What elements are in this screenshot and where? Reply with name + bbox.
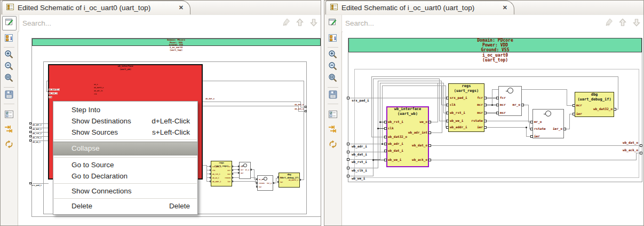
schematic-label: wb_dat_o <box>205 98 214 100</box>
schematic-label: wb_rst_i <box>450 111 465 114</box>
port-wb_addr_i <box>446 126 449 129</box>
edit-schematic-button[interactable] <box>326 17 339 30</box>
display-options-button[interactable] <box>327 110 339 121</box>
find-previous-icon[interactable] <box>616 17 630 30</box>
schematic-label: wb_adr_i <box>33 124 42 126</box>
clock-symbol-tick <box>544 114 546 114</box>
find-next-icon[interactable] <box>307 17 321 30</box>
schematic-label: rstate <box>471 119 483 122</box>
menu-item-delete[interactable]: DeleteDelete <box>53 200 197 212</box>
schematic-label: wb_ack_o <box>295 108 304 110</box>
edit-schematic-button[interactable] <box>2 16 17 30</box>
context-menu: Step IntoShow Destinationsd+Left-ClickSh… <box>53 101 198 215</box>
zoom-fit-button[interactable] <box>327 73 339 85</box>
display-options-button[interactable] <box>3 110 15 121</box>
schematic-label: (uart_wb) <box>397 112 418 116</box>
schematic-properties-icon: i <box>328 33 338 45</box>
find-previous-icon[interactable] <box>293 17 307 30</box>
port-wb_dat32_o <box>384 136 387 138</box>
schematic-label: srx_pad_i <box>212 166 221 167</box>
schematic-label: wb_dat_o <box>623 141 638 144</box>
schematic-label: msr <box>477 111 483 114</box>
menu-separator <box>54 139 197 140</box>
save-button[interactable] <box>327 90 339 102</box>
schematic-canvas[interactable]: wb_interface(uart_wb)wb_rst_iclkwb_dat32… <box>343 32 643 225</box>
reload-button[interactable] <box>327 139 339 151</box>
schematic-label: wb_clk_i <box>352 169 367 172</box>
wire <box>380 83 444 83</box>
menu-item-go-to-source[interactable]: Go to Source <box>53 159 197 170</box>
wire <box>569 114 570 129</box>
zoom-out-button[interactable] <box>3 61 15 73</box>
zoom-fit-button[interactable] <box>3 73 15 85</box>
toolbar-separator <box>4 104 14 104</box>
wire <box>528 105 529 122</box>
menu-item-step-into[interactable]: Step Into <box>53 104 197 115</box>
schematic-label: fcr <box>500 96 506 99</box>
schematic-label: ier_o <box>267 182 272 184</box>
port-mcr <box>573 104 575 107</box>
wire <box>371 76 372 137</box>
menu-item-go-to-declaration[interactable]: Go to Declaration <box>53 170 197 182</box>
schematic-label: msr <box>241 172 243 174</box>
schematic-label: wb_dat32_o <box>94 87 104 88</box>
clear-search-icon[interactable] <box>279 17 293 30</box>
port-mcr <box>238 169 240 170</box>
schematic-label: wb_clk_i <box>33 137 42 139</box>
trace-signals-button[interactable] <box>3 124 15 136</box>
wire <box>276 178 276 183</box>
search-input[interactable] <box>342 15 602 32</box>
wire <box>526 127 527 137</box>
schematic-label: wb_we_i <box>450 119 463 122</box>
schematic-label: wb_rst_i <box>33 133 42 135</box>
close-icon[interactable]: ✕ <box>179 4 184 11</box>
schematic-label: Power: VDD <box>482 43 508 48</box>
boundary-port <box>29 131 31 133</box>
zoom-out-button[interactable] <box>327 61 339 73</box>
schematic-label: wb_interface <box>118 65 133 67</box>
port-mcr <box>496 104 499 106</box>
schematic-label: ier <box>228 181 230 182</box>
schematic-label: ier <box>534 135 540 138</box>
close-icon[interactable]: ✕ <box>503 4 507 11</box>
schematic-properties-button[interactable]: i <box>327 33 339 45</box>
tab-edited-schematic[interactable]: Edited Schematic of i_oc_uart0 (uart_top… <box>2 1 190 14</box>
schematic-label: ier <box>576 112 582 115</box>
schematic-label: wb_we_i <box>352 177 365 180</box>
save-button[interactable] <box>3 90 15 102</box>
wire-junction <box>526 127 527 128</box>
clear-search-icon[interactable] <box>602 17 616 30</box>
tab-title: Edited Schematic of i_oc_uart0 (uart_top… <box>341 4 474 12</box>
search-row <box>1 15 321 32</box>
schematic-label: wb_addr_i <box>212 181 221 182</box>
schematic-label: (uart_wb) <box>120 68 131 71</box>
port-mcr <box>277 176 279 178</box>
trace-signals-button[interactable] <box>327 124 339 136</box>
search-input[interactable] <box>19 15 279 32</box>
reload-button[interactable] <box>3 139 15 151</box>
menu-item-show-connections[interactable]: Show Connections <box>53 185 197 197</box>
zoom-in-icon <box>328 50 338 61</box>
schematic-label: ier <box>280 181 283 183</box>
wire <box>203 102 301 102</box>
schematic-label: (uart_regs) <box>454 89 479 93</box>
zoom-in-button[interactable] <box>327 50 339 61</box>
schematic-label: mr_o <box>534 120 542 123</box>
menu-item-show-sources[interactable]: Show Sourcess+Left-Click <box>53 127 197 138</box>
display-options-icon <box>4 110 14 121</box>
menu-item-collapse[interactable]: Collapse <box>53 142 197 155</box>
schematic-label: mcr <box>477 103 483 106</box>
schematic-label: ier <box>477 126 483 129</box>
menu-item-show-destinations[interactable]: Show Destinationsd+Left-Click <box>53 115 197 127</box>
port-clk <box>210 169 211 171</box>
port-wb_we_i <box>446 120 449 122</box>
schematic-label: msr <box>228 173 230 175</box>
schematic-properties-button[interactable]: i <box>3 33 15 45</box>
find-next-icon[interactable] <box>630 17 643 30</box>
tab-edited-schematic[interactable]: Edited Schematic of i_oc_uart0 (uart_top… <box>325 1 514 14</box>
port-wb_dat_i <box>384 150 387 152</box>
port-wb_dat32_o <box>299 179 301 181</box>
zoom-in-button[interactable] <box>3 50 15 61</box>
schematic-label: clk <box>450 103 456 106</box>
toolbar-separator <box>4 47 14 48</box>
